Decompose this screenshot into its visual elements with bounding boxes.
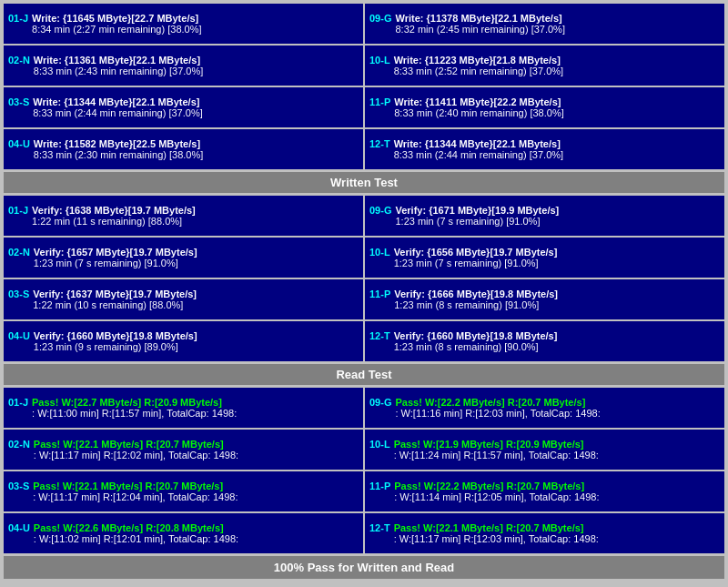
cell-line1: Verify: {1656 MByte}[19.7 MByte/s]: [394, 247, 558, 258]
write-section: 01-JWrite: {11645 MByte}[22.7 MByte/s]8:…: [4, 4, 724, 169]
cell-line2: : W:[11:17 min] R:[12:04 min], TotalCap:…: [33, 491, 238, 502]
cell-line1: Pass! W:[22.1 MByte/s] R:[20.7 MByte/s]: [33, 481, 238, 491]
cell-line1: Verify: {1638 MByte}[19.7 MByte/s]: [32, 205, 196, 216]
cell-line1: Verify: {1637 MByte}[19.7 MByte/s]: [33, 288, 197, 299]
cell-id-11-p: 11-P: [369, 481, 390, 491]
cell-10-l: 10-LPass! W:[21.9 MByte/s] R:[20.9 MByte…: [365, 430, 724, 470]
cell-line2: 1:23 min (9 s remaining) [89.0%]: [34, 341, 197, 352]
verify-section: 01-JVerify: {1638 MByte}[19.7 MByte/s]1:…: [4, 196, 724, 361]
cell-line1: Write: {11361 MByte}[22.1 MByte/s]: [34, 55, 203, 66]
cell-line2: 8:32 min (2:45 min remaining) [37.0%]: [395, 24, 564, 35]
cell-line1: Pass! W:[22.6 MByte/s] R:[20.8 MByte/s]: [34, 522, 238, 533]
cell-04-u: 04-UPass! W:[22.6 MByte/s] R:[20.8 MByte…: [4, 513, 363, 553]
cell-line1: Pass! W:[21.9 MByte/s] R:[20.9 MByte/s]: [394, 439, 599, 450]
cell-line2: : W:[11:02 min] R:[12:01 min], TotalCap:…: [34, 533, 238, 544]
cell-line2: 8:33 min (2:52 min remaining) [37.0%]: [394, 66, 563, 76]
cell-line1: Write: {11378 MByte}[22.1 MByte/s]: [395, 13, 564, 24]
cell-line2: : W:[11:14 min] R:[12:05 min], TotalCap:…: [394, 491, 599, 502]
cell-03-s: 03-SWrite: {11344 MByte}[22.1 MByte/s]8:…: [4, 87, 363, 127]
cell-03-s: 03-SPass! W:[22.1 MByte/s] R:[20.7 MByte…: [4, 471, 363, 511]
cell-03-s: 03-SVerify: {1637 MByte}[19.7 MByte/s]1:…: [4, 279, 363, 319]
cell-line1: Verify: {1671 MByte}[19.9 MByte/s]: [395, 205, 559, 216]
cell-line1: Verify: {1666 MByte}[19.8 MByte/s]: [394, 288, 558, 299]
cell-id-01-j: 01-J: [8, 13, 28, 24]
cell-id-03-s: 03-S: [8, 288, 29, 299]
main-container: 01-JWrite: {11645 MByte}[22.7 MByte/s]8:…: [0, 0, 728, 582]
cell-02-n: 02-NVerify: {1657 MByte}[19.7 MByte/s]1:…: [4, 238, 363, 278]
cell-id-01-j: 01-J: [8, 397, 28, 408]
cell-line1: Write: {11344 MByte}[22.1 MByte/s]: [394, 138, 563, 149]
cell-line1: Write: {11411 MByte}[22.2 MByte/s]: [394, 96, 563, 107]
read-section: 01-JPass! W:[22.7 MByte/s] R:[20.9 MByte…: [4, 388, 724, 553]
cell-10-l: 10-LVerify: {1656 MByte}[19.7 MByte/s]1:…: [365, 238, 724, 278]
read-test-header: Read Test: [4, 364, 724, 385]
cell-id-12-t: 12-T: [369, 522, 390, 533]
cell-12-t: 12-TWrite: {11344 MByte}[22.1 MByte/s]8:…: [365, 129, 724, 169]
cell-id-11-p: 11-P: [369, 96, 390, 107]
cell-id-04-u: 04-U: [8, 138, 30, 149]
cell-line2: 1:23 min (7 s remaining) [91.0%]: [395, 216, 559, 227]
cell-id-12-t: 12-T: [369, 330, 390, 341]
cell-line2: 1:22 min (11 s remaining) [88.0%]: [32, 216, 196, 227]
read-grid: 01-JPass! W:[22.7 MByte/s] R:[20.9 MByte…: [4, 388, 724, 553]
cell-line2: : W:[11:17 min] R:[12:02 min], TotalCap:…: [34, 450, 238, 460]
cell-11-p: 11-PPass! W:[22.2 MByte/s] R:[20.7 MByte…: [365, 471, 724, 511]
cell-line1: Verify: {1660 MByte}[19.8 MByte/s]: [394, 330, 558, 341]
cell-id-10-l: 10-L: [369, 55, 390, 66]
cell-line2: : W:[11:16 min] R:[12:03 min], TotalCap:…: [395, 408, 600, 419]
verify-grid: 01-JVerify: {1638 MByte}[19.7 MByte/s]1:…: [4, 196, 724, 361]
cell-line2: : W:[11:00 min] R:[11:57 min], TotalCap:…: [32, 408, 237, 419]
cell-line1: Pass! W:[22.1 MByte/s] R:[20.7 MByte/s]: [394, 522, 599, 533]
cell-01-j: 01-JVerify: {1638 MByte}[19.7 MByte/s]1:…: [4, 196, 363, 236]
cell-12-t: 12-TPass! W:[22.1 MByte/s] R:[20.7 MByte…: [365, 513, 724, 553]
cell-01-j: 01-JWrite: {11645 MByte}[22.7 MByte/s]8:…: [4, 4, 363, 44]
cell-id-02-n: 02-N: [8, 439, 30, 450]
cell-10-l: 10-LWrite: {11223 MByte}[21.8 MByte/s]8:…: [365, 46, 724, 86]
cell-line2: 1:23 min (8 s remaining) [91.0%]: [394, 299, 558, 310]
cell-id-12-t: 12-T: [369, 138, 390, 149]
cell-id-09-g: 09-G: [369, 205, 391, 216]
cell-line1: Pass! W:[22.2 MByte/s] R:[20.7 MByte/s]: [394, 481, 599, 491]
cell-line2: 8:33 min (2:30 min remaining) [38.0%]: [34, 149, 203, 160]
footer-status: 100% Pass for Written and Read: [4, 556, 724, 579]
cell-line2: 8:33 min (2:40 min remaining) [38.0%]: [394, 107, 563, 118]
cell-line1: Verify: {1660 MByte}[19.8 MByte/s]: [34, 330, 197, 341]
cell-line1: Write: {11344 MByte}[22.1 MByte/s]: [33, 96, 202, 107]
cell-line2: : W:[11:17 min] R:[12:03 min], TotalCap:…: [394, 533, 599, 544]
cell-02-n: 02-NWrite: {11361 MByte}[22.1 MByte/s]8:…: [4, 46, 363, 86]
cell-01-j: 01-JPass! W:[22.7 MByte/s] R:[20.9 MByte…: [4, 388, 363, 428]
cell-id-10-l: 10-L: [369, 247, 390, 258]
cell-11-p: 11-PVerify: {1666 MByte}[19.8 MByte/s]1:…: [365, 279, 724, 319]
cell-id-03-s: 03-S: [8, 96, 29, 107]
cell-line2: 1:23 min (7 s remaining) [91.0%]: [34, 258, 197, 268]
cell-line1: Pass! W:[22.1 MByte/s] R:[20.7 MByte/s]: [34, 439, 238, 450]
cell-id-04-u: 04-U: [8, 330, 30, 341]
write-grid: 01-JWrite: {11645 MByte}[22.7 MByte/s]8:…: [4, 4, 724, 169]
cell-id-01-j: 01-J: [8, 205, 28, 216]
cell-id-11-p: 11-P: [369, 288, 390, 299]
cell-11-p: 11-PWrite: {11411 MByte}[22.2 MByte/s]8:…: [365, 87, 724, 127]
cell-line2: 1:23 min (8 s remaining) [90.0%]: [394, 341, 558, 352]
cell-line2: 8:33 min (2:43 min remaining) [37.0%]: [34, 66, 203, 76]
cell-04-u: 04-UWrite: {11582 MByte}[22.5 MByte/s]8:…: [4, 129, 363, 169]
cell-id-02-n: 02-N: [8, 247, 30, 258]
cell-02-n: 02-NPass! W:[22.1 MByte/s] R:[20.7 MByte…: [4, 430, 363, 470]
cell-id-10-l: 10-L: [369, 439, 390, 450]
cell-id-09-g: 09-G: [369, 13, 391, 24]
cell-09-g: 09-GVerify: {1671 MByte}[19.9 MByte/s]1:…: [365, 196, 724, 236]
cell-line2: 8:33 min (2:44 min remaining) [37.0%]: [394, 149, 563, 160]
cell-line1: Pass! W:[22.2 MByte/s] R:[20.7 MByte/s]: [395, 397, 600, 408]
cell-id-03-s: 03-S: [8, 481, 29, 491]
written-test-header: Written Test: [4, 172, 724, 193]
cell-line1: Write: {11582 MByte}[22.5 MByte/s]: [34, 138, 203, 149]
cell-line2: : W:[11:24 min] R:[11:57 min], TotalCap:…: [394, 450, 599, 460]
cell-line2: 8:33 min (2:44 min remaining) [37.0%]: [33, 107, 202, 118]
cell-12-t: 12-TVerify: {1660 MByte}[19.8 MByte/s]1:…: [365, 321, 724, 361]
cell-04-u: 04-UVerify: {1660 MByte}[19.8 MByte/s]1:…: [4, 321, 363, 361]
cell-09-g: 09-GPass! W:[22.2 MByte/s] R:[20.7 MByte…: [365, 388, 724, 428]
cell-id-02-n: 02-N: [8, 55, 30, 66]
cell-line1: Verify: {1657 MByte}[19.7 MByte/s]: [34, 247, 197, 258]
cell-09-g: 09-GWrite: {11378 MByte}[22.1 MByte/s]8:…: [365, 4, 724, 44]
cell-line1: Write: {11645 MByte}[22.7 MByte/s]: [32, 13, 201, 24]
cell-line1: Write: {11223 MByte}[21.8 MByte/s]: [394, 55, 563, 66]
